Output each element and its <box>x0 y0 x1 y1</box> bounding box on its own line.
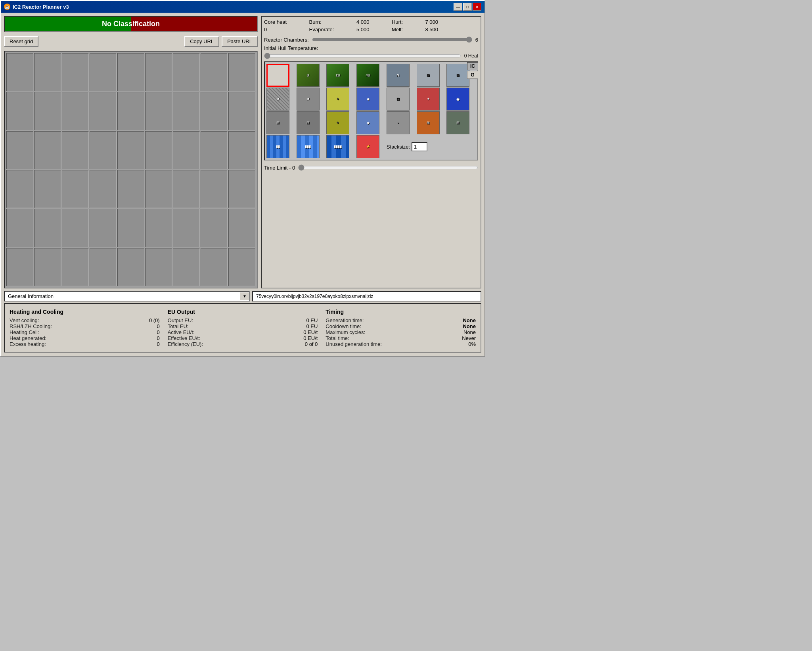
reactor-grid-cell-33[interactable] <box>173 170 200 208</box>
heat-generated-row: Heat generated: 0 <box>10 335 160 341</box>
time-limit-slider[interactable] <box>298 164 478 171</box>
general-info-dropdown[interactable]: General Information <box>5 292 240 301</box>
reactor-grid-cell-12[interactable] <box>90 92 117 130</box>
reactor-grid-cell-53[interactable] <box>228 248 255 286</box>
reactor-grid-cell-24[interactable] <box>173 131 200 169</box>
reactor-grid-cell-41[interactable] <box>145 209 172 247</box>
reactor-grid-cell-8[interactable] <box>228 53 255 91</box>
reactor-grid-cell-37[interactable] <box>34 209 61 247</box>
reactor-grid-cell-35[interactable] <box>228 170 255 208</box>
comp-cell-plate-blue-1[interactable]: ▮▮ <box>266 135 289 158</box>
reactor-grid-cell-11[interactable] <box>62 92 89 130</box>
reactor-grid-cell-20[interactable] <box>62 131 89 169</box>
reactor-grid-cell-14[interactable] <box>145 92 172 130</box>
reactor-grid-cell-27[interactable] <box>6 170 33 208</box>
comp-cell-noncell[interactable]: ⊡ <box>387 88 410 111</box>
reactor-grid-cell-4[interactable] <box>117 53 144 91</box>
reactor-grid-cell-36[interactable] <box>6 209 33 247</box>
reactor-grid-cell-10[interactable] <box>34 92 61 130</box>
comp-cell-heat-2[interactable]: ✦ <box>326 111 349 134</box>
reactor-grid-cell-42[interactable] <box>173 209 200 247</box>
stacksize-input[interactable] <box>412 142 427 151</box>
comp-cell-coolant-1[interactable]: ◈ <box>356 88 379 111</box>
reactor-grid-cell-1[interactable] <box>34 53 61 91</box>
comp-cell-grey-2[interactable]: ⊞ <box>297 111 320 134</box>
reactor-grid-cell-38[interactable] <box>62 209 89 247</box>
reactor-grid-cell-40[interactable] <box>117 209 144 247</box>
reactor-grid-cell-3[interactable] <box>90 53 117 91</box>
reactor-grid-cell-25[interactable] <box>201 131 228 169</box>
reactor-chambers-value: 6 <box>475 37 478 43</box>
reactor-grid-cell-26[interactable] <box>228 131 255 169</box>
comp-cell-neutron[interactable]: N <box>387 64 410 87</box>
comp-cell-uranium-3[interactable]: 4U <box>356 64 379 87</box>
dropdown-arrow-icon[interactable]: ▼ <box>240 292 249 300</box>
reactor-grid-cell-49[interactable] <box>117 248 144 286</box>
paste-url-button[interactable]: Paste URL <box>222 36 258 47</box>
reactor-grid-cell-13[interactable] <box>117 92 144 130</box>
comp-cell-vent-2[interactable]: ≋ <box>297 88 320 111</box>
eu-output-section: EU Output Output EU: 0 EU Total EU: 0 EU… <box>168 309 318 347</box>
comp-cell-plating-1[interactable]: ⊞ <box>417 64 440 87</box>
effective-eu-value: 0 EU/t <box>303 335 318 341</box>
minimize-button[interactable]: — <box>454 3 462 11</box>
tab-g[interactable]: G <box>467 71 478 79</box>
reactor-grid-cell-52[interactable] <box>201 248 228 286</box>
reactor-grid-cell-34[interactable] <box>201 170 228 208</box>
reactor-grid-cell-18[interactable] <box>6 131 33 169</box>
hull-temp-slider[interactable] <box>264 53 461 59</box>
reactor-grid-cell-2[interactable] <box>62 53 89 91</box>
reactor-grid-cell-17[interactable] <box>228 92 255 130</box>
comp-cell-solid[interactable]: ▪ <box>387 111 410 134</box>
cooldown-time-row: Cooldown time: None <box>326 323 476 329</box>
reactor-grid-cell-9[interactable] <box>6 92 33 130</box>
reactor-grid-cell-21[interactable] <box>90 131 117 169</box>
comp-cell-battery[interactable]: ⚡ <box>356 135 379 158</box>
reactor-grid-cell-48[interactable] <box>90 248 117 286</box>
comp-cell-empty[interactable] <box>266 64 289 87</box>
comp-cell-plate-blue-2[interactable]: ▮▮▮ <box>297 135 320 158</box>
comp-cell-uranium-2[interactable]: 2U <box>326 64 349 87</box>
reactor-grid-cell-44[interactable] <box>228 209 255 247</box>
reactor-grid-cell-7[interactable] <box>201 53 228 91</box>
reactor-grid-cell-22[interactable] <box>117 131 144 169</box>
copy-url-button[interactable]: Copy URL <box>184 36 219 47</box>
comp-cell-red[interactable]: ✦ <box>417 88 440 111</box>
reactor-grid-cell-29[interactable] <box>62 170 89 208</box>
reactor-grid-cell-46[interactable] <box>34 248 61 286</box>
reactor-grid-cell-43[interactable] <box>201 209 228 247</box>
comp-cell-plating-2[interactable]: ⊞ <box>446 64 469 87</box>
reactor-chambers-slider[interactable] <box>312 36 472 43</box>
reactor-grid-cell-19[interactable] <box>34 131 61 169</box>
comp-cell-uranium-1[interactable]: U <box>297 64 320 87</box>
close-button[interactable]: ✕ <box>473 3 481 11</box>
reactor-grid-cell-32[interactable] <box>145 170 172 208</box>
reactor-grid-cell-45[interactable] <box>6 248 33 286</box>
reactor-grid-cell-30[interactable] <box>90 170 117 208</box>
comp-cell-heat-1[interactable]: ✦ <box>326 88 349 111</box>
tab-ic[interactable]: IC <box>467 62 478 70</box>
comp-cell-grey-3[interactable]: ⊞ <box>446 111 469 134</box>
reactor-grid-cell-50[interactable] <box>145 248 172 286</box>
efficiency-eu-label: Efficiency (EU): <box>168 341 203 347</box>
reactor-grid-cell-16[interactable] <box>201 92 228 130</box>
reactor-grid-cell-5[interactable] <box>145 53 172 91</box>
comp-cell-vent-1[interactable]: ≋ <box>266 88 289 111</box>
reactor-grid-cell-28[interactable] <box>34 170 61 208</box>
reset-grid-button[interactable]: Reset grid <box>4 36 38 47</box>
comp-cell-reflect[interactable]: ◈ <box>356 111 379 134</box>
reactor-grid-cell-47[interactable] <box>62 248 89 286</box>
reactor-grid-cell-15[interactable] <box>173 92 200 130</box>
reactor-grid-cell-39[interactable] <box>90 209 117 247</box>
reactor-grid-cell-31[interactable] <box>117 170 144 208</box>
burn-value: 4 000 <box>356 19 387 25</box>
reactor-grid-cell-51[interactable] <box>173 248 200 286</box>
comp-cell-blue[interactable]: ◉ <box>446 88 469 111</box>
comp-cell-plate-blue-3[interactable]: ▮▮▮▮ <box>326 135 349 158</box>
maximize-button[interactable]: □ <box>463 3 472 11</box>
reactor-grid-cell-0[interactable] <box>6 53 33 91</box>
reactor-grid-cell-6[interactable] <box>173 53 200 91</box>
comp-cell-condensator[interactable]: ⊞ <box>417 111 440 134</box>
comp-cell-grey-1[interactable]: ⊞ <box>266 111 289 134</box>
reactor-grid-cell-23[interactable] <box>145 131 172 169</box>
